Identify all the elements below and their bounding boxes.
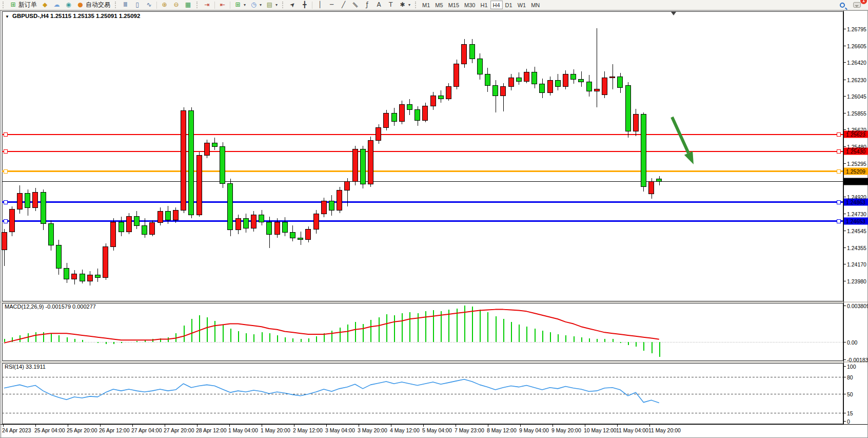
search-button[interactable] (838, 1, 847, 10)
separator (312, 2, 312, 9)
chart-canvas[interactable]: 1.256231.254301.252091.250921.248631.246… (0, 10, 868, 438)
tile-windows-button[interactable]: ▦ (182, 1, 194, 10)
candle-body (119, 222, 124, 232)
candle-body (524, 72, 529, 81)
candle-body (563, 74, 568, 86)
rsi-tick-label: 0 (847, 418, 850, 425)
tf-m1-button[interactable]: M1 (420, 1, 432, 9)
time-tick-label: 9 May 04:00 (519, 427, 549, 433)
candle-body (306, 229, 311, 240)
line-handle[interactable] (4, 149, 7, 153)
fibonacci-button[interactable]: ƒ (361, 1, 373, 10)
periods-button[interactable]: ◷▾ (248, 1, 264, 10)
zoom-in-button[interactable]: ⊕ (159, 1, 170, 10)
tf-h1-button[interactable]: H1 (478, 1, 490, 9)
navigator-button[interactable]: ◉ (63, 1, 74, 10)
candle-body (649, 182, 654, 194)
line-handle[interactable] (4, 200, 7, 204)
tf-d1-button[interactable]: D1 (503, 1, 515, 9)
candlestick-button[interactable]: ▯ (131, 1, 143, 10)
candle-body (540, 84, 545, 92)
chart-shift-button[interactable]: ⇤ (216, 1, 228, 10)
trendline-icon: ╱ (340, 1, 347, 9)
templates-button[interactable]: ▤▾ (264, 1, 280, 10)
candle-body (314, 214, 319, 229)
tf-h4-button[interactable]: H4 (490, 1, 503, 9)
vertical-line-button[interactable]: │ (314, 1, 326, 10)
candle-body (470, 45, 475, 59)
tile-windows-icon: ▦ (184, 1, 192, 9)
auto-scroll-button[interactable]: ⇥ (201, 1, 213, 10)
candle-body (532, 72, 537, 84)
candle-body (150, 223, 155, 235)
profiles-button[interactable]: ☁ (51, 1, 63, 10)
text-label-button[interactable]: T (385, 1, 397, 10)
candle-body (361, 149, 366, 184)
crosshair-button[interactable]: ╋ (299, 1, 310, 10)
candle-body (259, 215, 264, 222)
new-order-button[interactable]: ⊞新订单 (7, 1, 39, 10)
panel-splitter[interactable] (1, 301, 867, 303)
tf-m30-button[interactable]: M30 (462, 1, 478, 9)
autotrading-label: 自动交易 (86, 1, 110, 9)
zoom-out-button[interactable]: ⊖ (170, 1, 182, 10)
candle-body (556, 80, 561, 86)
cursor-button[interactable]: ➤ (287, 1, 299, 10)
market-watch-icon: ◆ (41, 1, 49, 9)
tf-mn-button[interactable]: MN (528, 1, 542, 9)
candle-body (142, 225, 147, 234)
clock-icon: ◷ (250, 1, 258, 9)
line-handle[interactable] (4, 219, 7, 223)
line-handle[interactable] (837, 169, 840, 173)
price-tick-label: 1.24355 (847, 245, 866, 251)
candle-body (485, 74, 490, 86)
time-tick-label: 25 Apr 04:00 (34, 427, 65, 433)
price-label-text: 1.25209 (846, 168, 865, 175)
candle-body (283, 222, 288, 233)
indicators-button[interactable]: ⊞▾ (232, 1, 248, 10)
profiles-icon: ☁ (53, 1, 61, 9)
candle-body (446, 87, 451, 99)
market-watch-button[interactable]: ◆ (39, 1, 51, 10)
candle-body (454, 64, 459, 87)
tf-w1-button[interactable]: W1 (515, 1, 529, 9)
new-order-label: 新订单 (18, 1, 37, 9)
line-chart-button[interactable]: ∿ (143, 1, 155, 10)
time-tick-label: 9 May 20:00 (551, 427, 581, 433)
line-handle[interactable] (837, 132, 840, 136)
tf-m5-button[interactable]: M5 (432, 1, 445, 9)
tf-m15-button[interactable]: M15 (446, 1, 462, 9)
candle-body (236, 218, 241, 230)
template-icon: ▤ (266, 1, 273, 9)
candle-body (205, 143, 210, 155)
time-tick-label: 27 Apr 20:00 (164, 427, 194, 433)
new-order-icon: ⊞ (9, 1, 17, 9)
line-handle[interactable] (837, 200, 840, 204)
candle-body (657, 179, 662, 181)
chevron-down-icon: ▾ (408, 3, 410, 7)
line-handle[interactable] (837, 149, 840, 153)
candle-body (501, 87, 506, 96)
candle-body (33, 192, 38, 207)
macd-label: MACD(12,26,9) -0.001579 0.000277 (5, 303, 96, 310)
line-handle[interactable] (4, 169, 7, 173)
equidistant-channel-button[interactable]: ∥ (349, 1, 361, 10)
line-handle[interactable] (4, 132, 7, 136)
panel-splitter[interactable] (1, 361, 867, 363)
line-handle[interactable] (837, 219, 840, 223)
text-button[interactable]: A (373, 1, 385, 10)
chart-menu-icon: ▼ (5, 14, 9, 19)
candle-body (509, 78, 514, 86)
toolbar-grip (282, 2, 285, 8)
candle-body (127, 217, 132, 232)
notifications-button[interactable]: 1 (851, 1, 863, 10)
bar-chart-button[interactable]: Ⅲ (120, 1, 131, 10)
chart-title: ▼GBPUSD-,H4 1.25115 1.25135 1.25091 1.25… (5, 13, 140, 19)
shapes-button[interactable]: ✱▾ (397, 1, 412, 10)
autotrading-button[interactable]: ●自动交易 (74, 1, 112, 10)
trendline-button[interactable]: ╱ (338, 1, 349, 10)
price-tick-label: 1.26795 (847, 26, 866, 32)
search-icon (840, 3, 845, 8)
channel-icon: ∥ (350, 0, 361, 10)
horizontal-line-button[interactable]: ─ (326, 1, 338, 10)
